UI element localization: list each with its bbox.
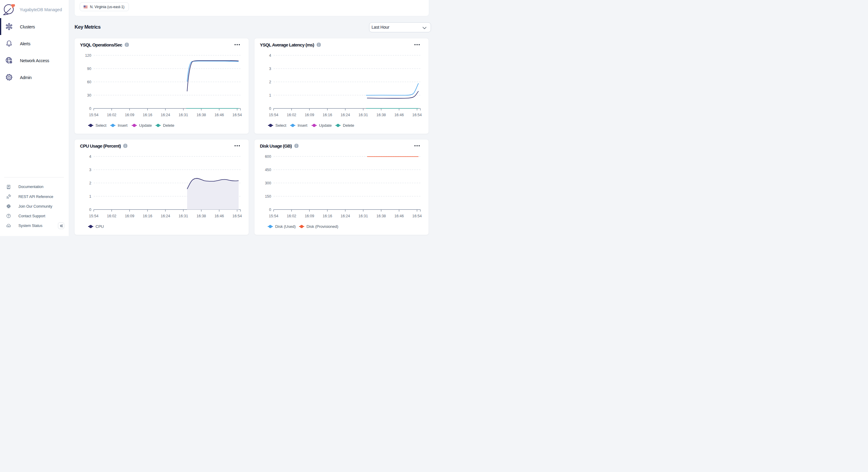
svg-text:Disk (Provisioned): Disk (Provisioned) — [307, 224, 338, 229]
svg-text:16:16: 16:16 — [322, 113, 332, 117]
svg-text:16:09: 16:09 — [305, 113, 314, 117]
svg-text:Disk (Used): Disk (Used) — [275, 224, 296, 229]
svg-text:Delete: Delete — [163, 123, 175, 128]
svg-text:60: 60 — [87, 80, 91, 84]
svg-text:16:02: 16:02 — [107, 113, 116, 117]
svg-text:3: 3 — [269, 66, 271, 71]
svg-text:16:16: 16:16 — [322, 214, 332, 218]
svg-text:15:54: 15:54 — [269, 113, 278, 117]
svg-text:16:54: 16:54 — [232, 113, 242, 117]
svg-text:16:02: 16:02 — [287, 113, 296, 117]
svg-text:2: 2 — [89, 181, 91, 185]
svg-text:16:31: 16:31 — [359, 214, 368, 218]
svg-text:4: 4 — [269, 53, 271, 57]
svg-text:16:09: 16:09 — [125, 214, 134, 218]
svg-text:0: 0 — [269, 106, 271, 111]
svg-text:90: 90 — [87, 66, 91, 71]
svg-text:1: 1 — [89, 194, 91, 198]
svg-text:150: 150 — [265, 194, 271, 198]
svg-text:CPU: CPU — [96, 224, 104, 229]
svg-text:16:24: 16:24 — [161, 113, 170, 117]
svg-text:16:31: 16:31 — [179, 113, 188, 117]
svg-text:16:16: 16:16 — [143, 214, 152, 218]
svg-text:2: 2 — [269, 80, 271, 84]
svg-text:16:02: 16:02 — [107, 214, 116, 218]
svg-text:16:31: 16:31 — [179, 214, 188, 218]
svg-text:30: 30 — [87, 93, 91, 97]
svg-text:16:38: 16:38 — [196, 113, 206, 117]
svg-text:16:24: 16:24 — [161, 214, 170, 218]
svg-text:3: 3 — [89, 167, 91, 172]
svg-text:15:54: 15:54 — [89, 113, 98, 117]
svg-text:16:46: 16:46 — [395, 214, 404, 218]
svg-text:16:54: 16:54 — [232, 214, 242, 218]
svg-text:16:24: 16:24 — [340, 214, 350, 218]
svg-text:Insert: Insert — [118, 123, 128, 128]
svg-text:Insert: Insert — [298, 123, 308, 128]
svg-text:16:38: 16:38 — [376, 214, 386, 218]
svg-text:Delete: Delete — [343, 123, 354, 128]
svg-text:16:02: 16:02 — [287, 214, 296, 218]
svg-text:16:38: 16:38 — [376, 113, 386, 117]
svg-text:16:46: 16:46 — [395, 113, 404, 117]
svg-text:16:16: 16:16 — [143, 113, 152, 117]
svg-text:15:54: 15:54 — [269, 214, 278, 218]
svg-text:600: 600 — [265, 154, 271, 158]
svg-text:Update: Update — [319, 123, 332, 128]
svg-text:4: 4 — [89, 154, 91, 158]
svg-text:1: 1 — [269, 93, 271, 97]
svg-text:16:09: 16:09 — [125, 113, 134, 117]
svg-text:Update: Update — [139, 123, 152, 128]
svg-text:16:24: 16:24 — [340, 113, 350, 117]
svg-text:16:46: 16:46 — [215, 113, 224, 117]
svg-text:16:31: 16:31 — [359, 113, 368, 117]
svg-text:16:46: 16:46 — [215, 214, 224, 218]
svg-text:16:54: 16:54 — [412, 113, 422, 117]
svg-text:0: 0 — [89, 106, 91, 111]
svg-text:16:09: 16:09 — [305, 214, 314, 218]
svg-text:15:54: 15:54 — [89, 214, 98, 218]
svg-text:Select: Select — [96, 123, 106, 128]
svg-text:16:38: 16:38 — [196, 214, 206, 218]
svg-text:300: 300 — [265, 181, 271, 185]
svg-text:450: 450 — [265, 167, 271, 172]
svg-text:0: 0 — [269, 207, 271, 212]
svg-text:16:54: 16:54 — [412, 214, 422, 218]
svg-text:Select: Select — [276, 123, 286, 128]
svg-text:0: 0 — [89, 207, 91, 212]
svg-text:120: 120 — [85, 53, 91, 57]
